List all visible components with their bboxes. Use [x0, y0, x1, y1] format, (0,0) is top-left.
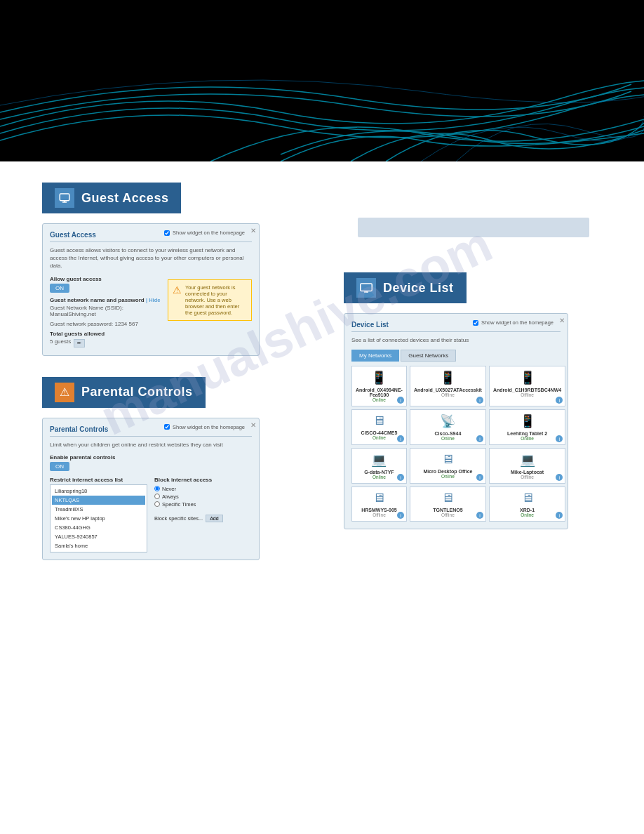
device-icon-6: 💻: [371, 452, 387, 468]
device-info-btn-8[interactable]: i: [556, 474, 563, 481]
device-tabs: My Networks Guest Networks: [351, 350, 561, 362]
placeholder-bar: [358, 218, 589, 237]
device-icon-9: 🖥: [373, 491, 385, 505]
device-name-1: Android_UX5027ATAccesskit: [414, 388, 482, 392]
device-status-10: Offline: [441, 512, 455, 517]
device-info-btn-7[interactable]: i: [476, 474, 483, 481]
svg-rect-0: [60, 194, 69, 201]
allow-guest-label: Allow guest access: [50, 276, 161, 282]
device-show-widget-checkbox[interactable]: [473, 320, 478, 326]
device-list-window: ✕ Show widget on the homepage Device Lis…: [344, 313, 568, 529]
total-guests-value: 5 guests: [50, 338, 71, 345]
device-info-btn-2[interactable]: i: [556, 397, 563, 404]
device-card-5: 📱 Leehitng Tablet 2 Online i: [489, 409, 565, 445]
device-info-btn-11[interactable]: i: [556, 512, 563, 519]
network-name-value: Guest Network Name (SSID): ManualShiving…: [50, 305, 161, 317]
radio-never-label: Never: [162, 486, 176, 492]
warning-box: ⚠ Your guest network is connected to you…: [168, 279, 252, 321]
device-name-5: Leehitng Tablet 2: [507, 431, 547, 436]
device-status-0: Online: [373, 397, 386, 402]
warning-icon: ⚠: [173, 284, 182, 296]
enable-parental-toggle[interactable]: ON: [50, 462, 69, 471]
device-info-btn-0[interactable]: i: [397, 397, 404, 404]
device-grid: 📱 Android_0X4994NE-Fea9100 Online i 📱 An…: [351, 366, 561, 522]
device-info-btn-10[interactable]: i: [476, 512, 483, 519]
parental-window-desc: Limit when your children get online and …: [50, 441, 252, 449]
device-info-btn-4[interactable]: i: [476, 435, 483, 442]
device-info-btn-5[interactable]: i: [556, 435, 563, 442]
guest-window-close[interactable]: ✕: [250, 227, 256, 234]
radio-specific-label: Specific Times: [162, 501, 196, 508]
radio-always[interactable]: [154, 494, 160, 499]
device-icon-1: 📱: [440, 370, 455, 385]
device-list-badge: Device List: [344, 272, 467, 303]
device-list-icon: [356, 278, 376, 298]
device-card-1: 📱 Android_UX5027ATAccesskit Offline i: [410, 366, 486, 406]
hide-link[interactable]: | Hide: [146, 297, 160, 303]
device-list-title: Device List: [383, 281, 454, 296]
total-guests-label: Total guests allowed: [50, 331, 161, 337]
device-status-8: Offline: [521, 475, 534, 479]
device-icon-0: 📱: [371, 370, 387, 385]
list-item-3[interactable]: Mike's new HP laptop: [52, 514, 145, 523]
radio-specific[interactable]: [154, 501, 160, 507]
device-name-3: CISCO-44CME5: [361, 430, 398, 435]
guests-edit-btn[interactable]: ✏: [74, 339, 85, 348]
device-card-11: 🖥 XRD-1 Online i: [489, 486, 565, 522]
parental-window-close[interactable]: ✕: [250, 421, 256, 429]
network-name-label: Guest network name and password | Hide: [50, 297, 161, 303]
guest-window-desc: Guest access allows visitors to connect …: [50, 246, 252, 270]
show-widget-checkbox[interactable]: [164, 230, 170, 236]
list-item-6[interactable]: Samla's home: [52, 541, 145, 550]
radio-always-label: Always: [162, 494, 179, 500]
device-info-btn-9[interactable]: i: [397, 512, 404, 519]
device-status-11: Online: [521, 512, 534, 517]
device-status-7: Online: [441, 474, 455, 479]
device-icon-3: 🖥: [373, 413, 385, 428]
parental-controls-icon: ⚠: [55, 383, 74, 402]
allow-guest-toggle[interactable]: ON: [50, 284, 69, 293]
show-widget-label: Show widget on the homepage: [173, 230, 245, 236]
device-card-8: 💻 Mike-Laptocat Offline i: [489, 448, 565, 484]
device-card-10: 🖥 TGNTLENO5 Offline i: [410, 486, 486, 522]
device-name-2: Android_C1H9RBTSBC4NW4: [493, 388, 561, 392]
guest-access-icon: [55, 188, 74, 208]
device-status-3: Online: [373, 435, 386, 440]
password-value: Guest network password: 1234 567: [50, 321, 161, 327]
parental-show-widget-label: Show widget on the homepage: [173, 424, 245, 430]
device-name-6: G-data-N7YF: [364, 470, 394, 475]
device-name-10: TGNTLENO5: [433, 508, 462, 512]
device-card-9: 🖥 HRSMWYS-005 Offline i: [351, 486, 407, 522]
parental-controls-badge: ⚠ Parental Controls: [42, 377, 206, 408]
list-item-4[interactable]: CS380-44GHG: [52, 523, 145, 532]
device-icon-4: 📡: [440, 413, 455, 429]
device-status-4: Online: [441, 436, 455, 441]
radio-never[interactable]: [154, 486, 160, 491]
list-item-5[interactable]: YALUES-9240857: [52, 532, 145, 541]
guest-access-window: ✕ Show widget on the homepage Guest Acce…: [42, 223, 260, 356]
list-item-2[interactable]: TreadmillXS: [52, 505, 145, 514]
block-specific-label: Block specific sites...: [154, 515, 203, 522]
tab-my-networks[interactable]: My Networks: [351, 350, 399, 362]
tab-guest-networks[interactable]: Guest Networks: [401, 350, 456, 362]
block-add-btn[interactable]: Add: [206, 515, 222, 522]
device-info-btn-1[interactable]: i: [476, 397, 483, 404]
device-card-6: 💻 G-data-N7YF Online i: [351, 448, 407, 484]
device-info-btn-3[interactable]: i: [397, 435, 404, 442]
parental-show-widget-checkbox[interactable]: [164, 424, 170, 430]
parental-controls-window: ✕ Show widget on the homepage Parental C…: [42, 418, 260, 560]
device-status-9: Offline: [373, 512, 386, 517]
device-name-0: Android_0X4994NE-Fea9100: [356, 388, 403, 397]
device-window-close[interactable]: ✕: [559, 317, 565, 324]
restrict-list: Lilianspring18 NKTLQAS TreadmillXS Mike'…: [50, 484, 147, 552]
list-item-1[interactable]: NKTLQAS: [52, 496, 145, 505]
device-card-4: 📡 Cisco-S944 Online i: [410, 409, 486, 445]
device-info-btn-6[interactable]: i: [397, 474, 404, 481]
device-status-5: Online: [521, 436, 534, 441]
device-name-11: XRD-1: [520, 508, 535, 512]
device-card-2: 📱 Android_C1H9RBTSBC4NW4 Offline i: [489, 366, 565, 406]
list-item-0[interactable]: Lilianspring18: [52, 486, 145, 496]
warning-text: Your guest network is connected to your …: [185, 284, 247, 316]
device-icon-7: 🖥: [441, 452, 454, 467]
device-name-9: HRSMWYS-005: [361, 508, 397, 512]
